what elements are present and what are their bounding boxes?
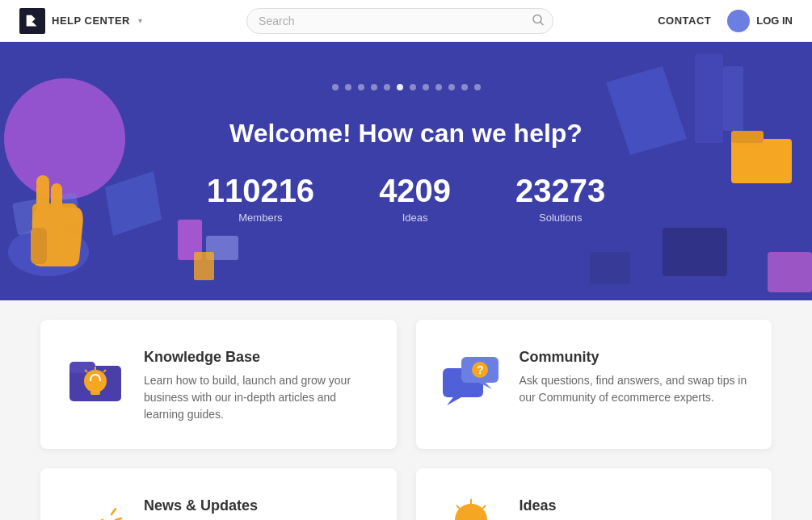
logo-chevron-icon: ▾ (138, 16, 142, 25)
logo-text: HELP CENTER (52, 15, 130, 27)
dot-2 (345, 84, 351, 90)
news-icon (63, 494, 128, 520)
dot-4 (371, 84, 377, 90)
solutions-label: Solutions (515, 212, 605, 224)
svg-marker-33 (447, 397, 461, 405)
logo-icon (19, 8, 45, 34)
svg-line-49 (456, 505, 460, 509)
svg-rect-14 (695, 54, 723, 143)
svg-rect-22 (768, 252, 812, 292)
cards-row-1: Knowledge Base Learn how to build, launc… (40, 320, 772, 449)
avatar (727, 10, 750, 32)
news-text: News & Updates Discover the latest produ… (144, 494, 374, 520)
members-label: Members (207, 212, 314, 224)
dot-1 (332, 84, 339, 90)
news-title: News & Updates (144, 497, 374, 514)
logo[interactable]: HELP CENTER ▾ (19, 8, 142, 34)
community-title: Community (520, 349, 750, 366)
svg-text:?: ? (477, 363, 484, 376)
knowledge-base-desc: Learn how to build, launch and grow your… (144, 372, 374, 423)
stat-solutions: 23273 Solutions (515, 174, 605, 224)
solutions-number: 23273 (515, 174, 605, 207)
svg-line-1 (541, 22, 543, 24)
cards-section: Knowledge Base Learn how to build, launc… (0, 320, 812, 520)
dot-3 (358, 84, 364, 90)
ideas-label: Ideas (379, 212, 451, 224)
members-number: 110216 (207, 174, 314, 207)
dot-9 (435, 84, 442, 90)
svg-rect-20 (663, 228, 727, 276)
header: HELP CENTER ▾ CONTACT LOG IN (0, 0, 812, 42)
dot-5 (384, 84, 390, 90)
ideas-card[interactable]: Ideas Help make BigCommerce better. Shar… (416, 468, 772, 520)
svg-rect-21 (590, 252, 630, 284)
hero-dots (332, 84, 481, 90)
login-button[interactable]: LOG IN (727, 10, 793, 32)
svg-rect-28 (90, 391, 100, 395)
community-card[interactable]: ? Community Ask questions, find answers,… (416, 320, 772, 449)
bigcommerce-icon (23, 12, 41, 30)
svg-line-41 (111, 509, 116, 514)
news-card[interactable]: News & Updates Discover the latest produ… (40, 468, 397, 520)
search-button[interactable] (532, 14, 544, 27)
knowledge-base-text: Knowledge Base Learn how to build, launc… (144, 346, 374, 423)
knowledge-base-icon (63, 346, 128, 410)
search-icon (532, 14, 544, 25)
community-icon: ? (439, 346, 503, 410)
dot-8 (423, 84, 429, 90)
community-desc: Ask questions, find answers, and swap ti… (520, 372, 750, 406)
knowledge-base-card[interactable]: Knowledge Base Learn how to build, launc… (40, 320, 397, 449)
dot-10 (448, 84, 455, 90)
svg-rect-19 (731, 131, 764, 143)
hero-section: Welcome! How can we help? 110216 Members… (0, 42, 812, 300)
svg-point-3 (4, 78, 125, 199)
svg-rect-15 (723, 66, 743, 131)
header-left: HELP CENTER ▾ (19, 8, 142, 34)
dot-7 (410, 84, 416, 90)
login-label: LOG IN (756, 15, 793, 27)
header-right: CONTACT LOG IN (658, 10, 793, 32)
knowledge-base-title: Knowledge Base (144, 349, 374, 366)
svg-rect-10 (31, 228, 47, 264)
ideas-number: 4209 (379, 174, 451, 207)
search-input[interactable] (246, 8, 553, 34)
search-bar (246, 8, 553, 34)
ideas-title: Ideas (520, 497, 750, 514)
community-text: Community Ask questions, find answers, a… (520, 346, 750, 406)
hero-title: Welcome! How can we help? (207, 119, 606, 149)
hero-content: Welcome! How can we help? 110216 Members… (207, 119, 606, 224)
dot-12 (474, 84, 481, 90)
dot-6 (397, 84, 403, 90)
cards-row-2: News & Updates Discover the latest produ… (40, 468, 772, 520)
svg-point-54 (456, 504, 486, 520)
stat-ideas: 4209 Ideas (379, 174, 451, 224)
ideas-icon (439, 494, 503, 520)
hero-stats: 110216 Members 4209 Ideas 23273 Solution… (207, 174, 606, 224)
dot-11 (461, 84, 468, 90)
svg-line-50 (482, 505, 486, 509)
stat-members: 110216 Members (207, 174, 314, 224)
ideas-text: Ideas Help make BigCommerce better. Shar… (520, 494, 750, 520)
svg-rect-13 (194, 252, 214, 280)
svg-point-27 (84, 370, 107, 392)
contact-link[interactable]: CONTACT (658, 15, 711, 27)
